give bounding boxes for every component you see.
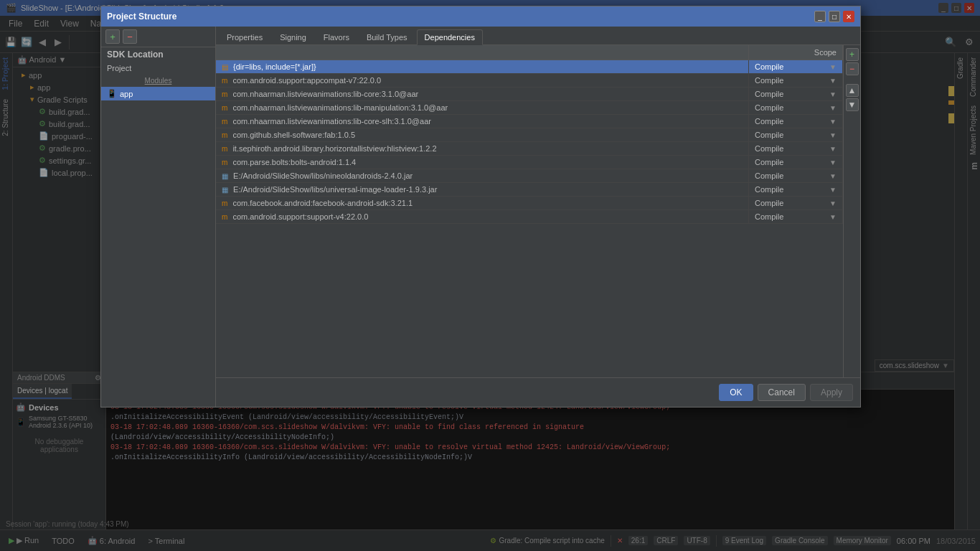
dep-scope-cell-9: Compile ▼ [755, 185, 837, 194]
sidebar-sdk-location[interactable]: SDK Location [101, 47, 215, 62]
dep-name-8: E:/Android/SlideShow/libs/nineoldandroid… [233, 171, 413, 180]
tab-flavors[interactable]: Flavors [316, 29, 357, 44]
dep-row-5[interactable]: m com.github.shell-software:fab:1.0.5 Co… [216, 128, 843, 142]
dep-row-0[interactable]: ▤ {dir=libs, include=[*.jar]} Compile ▼ [216, 60, 843, 74]
dep-cell-name-7: m com.parse.bolts:bolts-android:1.1.4 [216, 156, 748, 169]
dep-cell-name-1: m com.android.support:appcompat-v7:22.0.… [216, 74, 748, 88]
dialog-title: Project Structure [107, 11, 176, 22]
dep-cell-scope-1: Compile ▼ [748, 74, 842, 88]
dep-scope-dropdown-0[interactable]: ▼ [829, 63, 837, 71]
dep-scope-cell-10: Compile ▼ [755, 199, 837, 207]
modules-header: Modules [101, 75, 215, 87]
dep-row-9[interactable]: ▦ E:/Android/SlideShow/libs/universal-im… [216, 183, 843, 197]
dep-scope-cell-4: Compile ▼ [755, 117, 837, 126]
module-app-icon: 📱 [107, 89, 117, 98]
dep-scope-text-8: Compile [755, 171, 783, 180]
dep-row-4[interactable]: m com.nhaarman.listviewanimations:lib-co… [216, 115, 843, 128]
dep-table-header-row: Scope [216, 45, 843, 60]
dep-scope-dropdown-11[interactable]: ▼ [829, 213, 837, 221]
dialog-sidebar-list: SDK Location Project Modules 📱 app [101, 47, 215, 407]
dep-scope-text-10: Compile [755, 199, 783, 207]
sidebar-module-app[interactable]: 📱 app [101, 87, 215, 100]
dep-cell-scope-6: Compile ▼ [748, 142, 842, 156]
dep-cell-name-5: m com.github.shell-software:fab:1.0.5 [216, 128, 748, 142]
dialog-minimize-btn[interactable]: _ [814, 11, 826, 22]
dep-scope-dropdown-8[interactable]: ▼ [829, 172, 837, 180]
cancel-button[interactable]: Cancel [758, 384, 806, 401]
ok-button[interactable]: OK [719, 384, 753, 401]
dialog-footer: OK Cancel Apply [216, 377, 860, 407]
dep-scope-cell-11: Compile ▼ [755, 212, 837, 221]
dep-cell-name-2: m com.nhaarman.listviewanimations:lib-co… [216, 88, 748, 101]
dep-scope-cell-5: Compile ▼ [755, 131, 837, 139]
dep-row-3[interactable]: m com.nhaarman.listviewanimations:lib-ma… [216, 101, 843, 115]
dep-scope-text-5: Compile [755, 131, 783, 139]
dep-scope-cell-3: Compile ▼ [755, 103, 837, 112]
tab-signing[interactable]: Signing [272, 29, 314, 44]
dep-add-btn[interactable]: + [846, 48, 859, 61]
tab-properties[interactable]: Properties [219, 29, 270, 44]
dep-type-icon-11: m [222, 213, 227, 221]
dep-scope-cell-2: Compile ▼ [755, 90, 837, 98]
dialog-maximize-btn[interactable]: □ [829, 11, 840, 22]
dep-table: Scope ▤ {dir=libs, include=[*.jar]} Comp… [216, 45, 843, 224]
dep-name-6: it.sephiroth.android.library.horizontall… [232, 144, 436, 153]
dep-scope-text-9: Compile [755, 185, 783, 194]
dep-scope-dropdown-7[interactable]: ▼ [829, 159, 837, 166]
dep-scope-text-3: Compile [755, 103, 783, 112]
dep-cell-name-6: m it.sephiroth.android.library.horizonta… [216, 142, 748, 156]
module-app-label: app [120, 90, 133, 98]
dialog-controls: _ □ ✕ [814, 11, 854, 22]
dep-row-2[interactable]: m com.nhaarman.listviewanimations:lib-co… [216, 88, 843, 101]
dep-scope-dropdown-1[interactable]: ▼ [829, 77, 837, 85]
dialog-titlebar: Project Structure _ □ ✕ [101, 6, 860, 27]
dep-scope-text-7: Compile [755, 158, 783, 166]
dep-scope-dropdown-10[interactable]: ▼ [829, 199, 837, 207]
dep-name-3: com.nhaarman.listviewanimations:lib-mani… [232, 103, 448, 112]
dep-row-8[interactable]: ▦ E:/Android/SlideShow/libs/nineoldandro… [216, 169, 843, 183]
dialog-left-sidebar: + − SDK Location Project Modules 📱 app [101, 27, 216, 407]
dep-row-7[interactable]: m com.parse.bolts:bolts-android:1.1.4 Co… [216, 156, 843, 169]
dep-name-1: com.android.support:appcompat-v7:22.0.0 [232, 76, 381, 85]
dep-cell-scope-11: Compile ▼ [748, 210, 842, 224]
dep-type-icon-10: m [222, 199, 227, 207]
dep-type-icon-4: m [222, 118, 227, 126]
dep-scope-dropdown-4[interactable]: ▼ [829, 118, 837, 126]
dialog-deps-area: Scope ▤ {dir=libs, include=[*.jar]} Comp… [216, 45, 860, 377]
dep-type-icon-5: m [222, 131, 227, 139]
dep-down-btn[interactable]: ▼ [846, 98, 859, 111]
dep-col-scope: Scope [748, 45, 842, 60]
dep-cell-scope-4: Compile ▼ [748, 115, 842, 128]
dep-scope-dropdown-9[interactable]: ▼ [829, 186, 837, 194]
dep-scope-dropdown-2[interactable]: ▼ [829, 90, 837, 98]
dep-remove-btn[interactable]: − [846, 62, 859, 75]
sidebar-project[interactable]: Project [101, 62, 215, 75]
dep-scope-cell-0: Compile ▼ [755, 62, 837, 71]
dep-scope-cell-7: Compile ▼ [755, 158, 837, 166]
dep-name-7: com.parse.bolts:bolts-android:1.1.4 [232, 158, 356, 166]
dep-name-0: {dir=libs, include=[*.jar]} [233, 62, 316, 71]
dialog-right-content: Properties Signing Flavors Build Types D… [216, 27, 860, 407]
project-structure-dialog: Project Structure _ □ ✕ + − SDK Location… [100, 6, 861, 408]
dep-name-4: com.nhaarman.listviewanimations:lib-core… [232, 117, 431, 126]
dep-scope-dropdown-3[interactable]: ▼ [829, 104, 837, 112]
dep-row-6[interactable]: m it.sephiroth.android.library.horizonta… [216, 142, 843, 156]
tab-build-types[interactable]: Build Types [359, 29, 415, 44]
dep-up-btn[interactable]: ▲ [846, 84, 859, 97]
dialog-tabs: Properties Signing Flavors Build Types D… [216, 27, 860, 45]
dep-cell-scope-10: Compile ▼ [748, 197, 842, 210]
dep-type-icon-2: m [222, 90, 227, 98]
dep-name-11: com.android.support:support-v4:22.0.0 [232, 212, 368, 221]
dep-row-1[interactable]: m com.android.support:appcompat-v7:22.0.… [216, 74, 843, 88]
modal-overlay: Project Structure _ □ ✕ + − SDK Location… [0, 0, 980, 551]
dep-row-10[interactable]: m com.facebook.android:facebook-android-… [216, 197, 843, 210]
dep-type-icon-6: m [222, 145, 227, 153]
dialog-close-btn[interactable]: ✕ [843, 11, 854, 22]
dep-scope-dropdown-6[interactable]: ▼ [829, 145, 837, 153]
sidebar-remove-btn[interactable]: − [123, 29, 137, 44]
apply-button[interactable]: Apply [810, 384, 853, 401]
dep-scope-dropdown-5[interactable]: ▼ [829, 131, 837, 139]
dep-row-11[interactable]: m com.android.support:support-v4:22.0.0 … [216, 210, 843, 224]
sidebar-add-btn[interactable]: + [105, 29, 120, 44]
tab-dependencies[interactable]: Dependencies [417, 29, 483, 45]
